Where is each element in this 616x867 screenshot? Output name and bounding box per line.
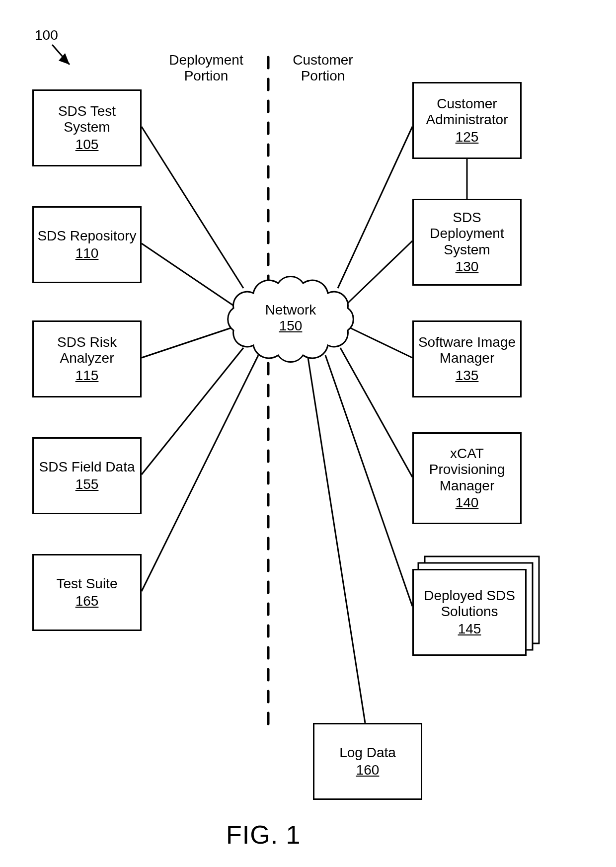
section-left-line1: Deployment [169,52,243,68]
svg-line-8 [338,127,412,288]
svg-line-5 [142,328,231,358]
svg-line-13 [308,358,365,723]
node-ref: 145 [458,621,481,637]
node-ref: 130 [456,259,479,275]
svg-line-10 [350,328,412,358]
node-text: SDS Risk [57,334,117,350]
section-left-line2: Portion [184,68,229,83]
node-text: Software Image [418,334,516,350]
node-text: Log Data [339,745,396,761]
svg-line-6 [142,348,243,474]
node-text: SDS [453,210,481,226]
svg-line-11 [340,348,412,477]
node-test-suite: Test Suite 165 [32,554,142,631]
node-ref: 105 [76,137,99,153]
section-right-line1: Customer [293,52,353,68]
figure-caption: FIG. 1 [226,820,301,850]
svg-line-9 [348,241,412,303]
node-log-data: Log Data 160 [313,723,422,800]
node-text: Test Suite [57,576,118,592]
node-sds-test-system: SDS Test System 105 [32,89,142,166]
node-text: SDS Repository [37,228,136,244]
network-cloud-label: Network 150 [241,302,340,334]
node-sds-field-data: SDS Field Data 155 [32,437,142,514]
node-sds-repository: SDS Repository 110 [32,206,142,283]
svg-line-3 [142,127,243,288]
node-text: Administrator [426,112,508,128]
node-text: Manager [440,350,495,366]
node-text: SDS Field Data [39,459,135,475]
node-ref: 125 [456,129,479,145]
node-text: SDS Test [58,103,116,119]
node-text: Solutions [441,604,498,620]
node-ref: 110 [76,245,99,261]
svg-line-7 [142,355,258,591]
deployment-portion-label: Deployment Portion [159,52,253,84]
node-text: Provisioning [429,462,505,477]
section-right-line2: Portion [301,68,345,83]
node-text: Customer [437,96,497,112]
node-sds-deployment-system: SDS Deployment System 130 [412,199,522,286]
svg-line-12 [325,355,412,606]
node-text: xCAT [450,446,484,462]
caption-text: FIG. 1 [226,820,301,849]
node-ref: 165 [76,593,99,609]
node-ref: 160 [356,762,380,778]
node-customer-administrator: Customer Administrator 125 [412,82,522,159]
figure-number: 100 [35,27,58,43]
node-xcat-provisioning-manager: xCAT Provisioning Manager 140 [412,432,522,524]
node-text: Deployed SDS [424,588,515,604]
network-label: Network [265,302,316,317]
figure-stage: 100 Deployment Portion Customer Portion … [0,0,616,867]
node-ref: 115 [76,368,99,384]
node-deployed-sds-solutions: Deployed SDS Solutions 145 [412,569,527,656]
svg-line-4 [142,243,233,306]
node-ref: 135 [456,368,479,384]
node-text: Manager [440,478,495,494]
network-ref: 150 [279,318,303,333]
node-ref: 140 [456,495,479,511]
node-ref: 155 [76,476,99,492]
node-text: System [444,242,490,258]
node-sds-risk-analyzer: SDS Risk Analyzer 115 [32,320,142,397]
node-text: Deployment [430,226,504,241]
customer-portion-label: Customer Portion [278,52,368,84]
node-software-image-manager: Software Image Manager 135 [412,320,522,397]
figure-number-label: 100 [35,27,58,43]
node-text: System [64,119,110,135]
node-text: Analyzer [60,350,114,366]
